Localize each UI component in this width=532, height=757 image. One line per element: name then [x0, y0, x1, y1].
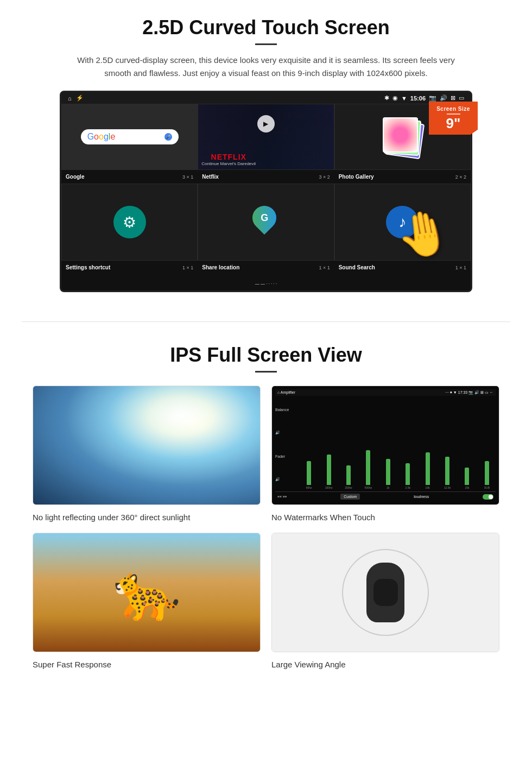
- play-button[interactable]: ▶: [257, 115, 275, 133]
- eq-bar-0: 60hz: [300, 461, 318, 489]
- eq-label-8: 15k: [465, 486, 469, 489]
- eq-label-6: 10k: [426, 486, 430, 489]
- google-search-bar[interactable]: Google 🎤: [81, 129, 179, 144]
- netflix-label: Netflix: [202, 174, 219, 180]
- eq-bar-1: 100hz: [320, 455, 337, 489]
- app-label-sound: Sound Search 1 × 1: [334, 263, 471, 272]
- loudness-toggle[interactable]: [483, 494, 493, 500]
- eq-bar-fill-7: [445, 457, 449, 485]
- title-divider: [255, 43, 277, 45]
- feature-fast: 🐆 Super Fast Response: [33, 533, 261, 669]
- sound-icon-circle: ♪: [386, 206, 419, 238]
- feature-image-watermark: ⌂ Amplifier ⋯ ♥ ▼ 17:33 📷 🔊 ⊠ ▭ ← Balanc…: [271, 386, 499, 505]
- eq-bar-fill-8: [465, 468, 469, 485]
- sound-app-cell[interactable]: ♪: [334, 184, 471, 261]
- camera-icon: 📷: [429, 94, 436, 102]
- eq-label-3: 500hz: [365, 486, 372, 489]
- app-label-share: Share location 1 × 1: [198, 263, 334, 272]
- netflix-app-cell[interactable]: ▶ NETFLIX Continue Marvel's Daredevil: [198, 104, 334, 170]
- netflix-logo: NETFLIX: [201, 153, 256, 161]
- feature-label-angle: Large Viewing Angle: [271, 660, 499, 669]
- gmap-drop: G: [248, 201, 281, 235]
- badge-size: 9": [434, 116, 472, 130]
- volume-icon: 🔊: [440, 94, 447, 102]
- car-roof: [373, 579, 398, 606]
- share-app-inner: G: [198, 184, 333, 260]
- google-app-cell[interactable]: Google 🎤: [61, 104, 198, 170]
- netflix-info: NETFLIX Continue Marvel's Daredevil: [201, 153, 256, 166]
- eq-label-7: 12.5k: [444, 486, 451, 489]
- eq-bar-fill-4: [386, 459, 390, 485]
- car-image: ↗: [272, 533, 499, 652]
- location-icon: ◉: [392, 94, 398, 102]
- eq-bar-6: 10k: [419, 452, 436, 489]
- amp-equalizer: 60hz100hz200hz500hz1k2.5k10k12.5k15kSUB: [300, 398, 496, 491]
- gmap-letter: G: [261, 212, 268, 224]
- music-note-icon: ♪: [398, 213, 406, 231]
- play-button-wrapper[interactable]: ▶: [257, 115, 275, 133]
- app-label-google: Google 3 × 1: [61, 172, 198, 181]
- photo-stack: [381, 115, 424, 159]
- window-icon[interactable]: ▭: [459, 94, 464, 102]
- eq-bar-9: SUB: [478, 461, 496, 489]
- section1-description: With 2.5D curved-display screen, this de…: [76, 54, 456, 80]
- bluetooth-icon: ✱: [384, 94, 389, 102]
- gear-icon: ⚙: [123, 213, 136, 231]
- status-left: ⌂ ⚡: [68, 94, 84, 102]
- eq-bar-fill-0: [307, 461, 311, 485]
- photo-card-3: [383, 117, 418, 153]
- feature-grid: No light reflecting under 360° direct su…: [33, 386, 499, 669]
- app-label-gallery: Photo Gallery 2 × 2: [334, 172, 471, 181]
- google-logo: Google: [87, 132, 116, 142]
- app-grid-top: Google 🎤: [61, 104, 471, 170]
- feature-sunlight: No light reflecting under 360° direct su…: [33, 386, 261, 522]
- section-curved-touch: 2.5D Curved Touch Screen With 2.5D curve…: [0, 0, 532, 305]
- amp-content: Balance 🔊 Fader 🔊 60hz100hz200hz500hz1k2…: [275, 398, 496, 491]
- badge-divider: [447, 113, 460, 115]
- eq-label-1: 100hz: [325, 486, 333, 489]
- eq-label-5: 2.5k: [406, 486, 410, 489]
- settings-app-inner: ⚙: [62, 184, 197, 260]
- eq-bar-5: 2.5k: [399, 463, 416, 489]
- home-icon[interactable]: ⌂: [68, 95, 72, 102]
- eq-bar-fill-6: [426, 452, 430, 485]
- eq-label-4: 1k: [387, 486, 389, 489]
- sunbeam: [33, 386, 260, 504]
- feature-label-sunlight: No light reflecting under 360° direct su…: [33, 513, 261, 522]
- google-label: Google: [66, 174, 84, 180]
- google-mic-icon[interactable]: 🎤: [164, 133, 172, 141]
- device-screen: ⌂ ⚡ ✱ ◉ ▼ 15:06 📷 🔊 ⊠ ▭: [60, 91, 472, 292]
- settings-app-cell[interactable]: ⚙: [61, 184, 198, 261]
- device-wrapper: Screen Size 9" ⌂ ⚡ ✱ ◉ ▼ 15:06 📷 🔊 ⊠: [60, 91, 472, 292]
- feature-angle: ↗ Large Viewing Angle: [271, 533, 499, 669]
- title-divider-2: [255, 371, 277, 373]
- cheetah-image: 🐆: [33, 533, 260, 652]
- feature-label-watermark: No Watermarks When Touch: [271, 513, 499, 522]
- app-label-settings: Settings shortcut 1 × 1: [61, 263, 198, 272]
- close-icon[interactable]: ⊠: [451, 94, 455, 102]
- share-app-cell[interactable]: G: [198, 184, 334, 261]
- feature-image-fast: 🐆: [33, 533, 261, 652]
- amplifier-image: ⌂ Amplifier ⋯ ♥ ▼ 17:33 📷 🔊 ⊠ ▭ ← Balanc…: [272, 386, 499, 504]
- eq-bar-8: 15k: [458, 468, 476, 489]
- app-grid-bottom: ⚙ G: [61, 184, 471, 261]
- eq-bar-fill-1: [327, 455, 331, 485]
- google-maps-icon: G: [252, 206, 280, 238]
- gallery-label: Photo Gallery: [339, 174, 374, 180]
- eq-bar-fill-2: [346, 465, 351, 485]
- eq-bar-7: 12.5k: [439, 457, 456, 489]
- google-app-inner: Google 🎤: [62, 104, 197, 169]
- app-label-netflix: Netflix 3 × 2: [198, 172, 334, 181]
- cheetah-shape: 🐆: [113, 560, 181, 624]
- amp-status-bar: ⌂ Amplifier ⋯ ♥ ▼ 17:33 📷 🔊 ⊠ ▭ ←: [275, 389, 496, 396]
- car-top-view: [366, 563, 404, 622]
- share-label: Share location: [202, 264, 239, 270]
- eq-label-9: SUB: [484, 486, 490, 489]
- car-circle: [342, 549, 429, 636]
- feature-watermark: ⌂ Amplifier ⋯ ♥ ▼ 17:33 📷 🔊 ⊠ ▭ ← Balanc…: [271, 386, 499, 522]
- custom-button[interactable]: Custom: [340, 494, 360, 500]
- status-right: ✱ ◉ ▼ 15:06 📷 🔊 ⊠ ▭: [384, 94, 464, 102]
- usb-icon: ⚡: [76, 94, 84, 102]
- amp-bottom: «« »» Custom loudness: [275, 491, 496, 501]
- netflix-subtitle: Continue Marvel's Daredevil: [201, 161, 256, 166]
